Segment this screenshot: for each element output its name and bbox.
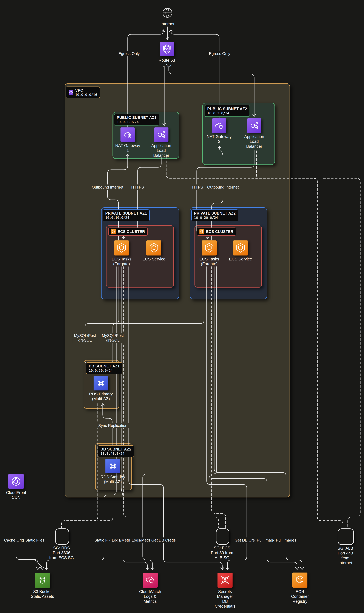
secrets-manager-icon xyxy=(218,573,233,588)
private-subnet-az2-header: PRIVATE SUBNET AZ2 10.0.20.0/24 xyxy=(191,209,238,221)
connection-lines xyxy=(0,0,364,613)
egress-right-label: Egress Only xyxy=(208,51,232,56)
mysql-az1-label: MySQL/Post greSQL xyxy=(73,333,97,343)
subnet-cidr: 10.0.1.0/24 xyxy=(117,120,156,124)
ecs-service-1-label: ECS Service xyxy=(142,257,165,261)
vpc-icon xyxy=(69,90,73,95)
vpc-header: VPC 10.0.0.0/16 xyxy=(66,87,100,98)
ecs-service-2-icon xyxy=(233,240,248,256)
nat-gateway-1-icon xyxy=(120,128,135,142)
ecs-cluster-az1-header: ECS CLUSTER xyxy=(108,227,148,236)
public-subnet-az1-header: PUBLIC SUBNET AZ1 10.0.1.0/24 xyxy=(114,114,159,126)
nat-gateway-2-icon xyxy=(212,118,226,133)
subnet-name: PRIVATE SUBNET AZ2 xyxy=(194,211,236,215)
static-files-left-label: Static Files xyxy=(24,537,46,543)
alb-2-label: Application Load Balancer xyxy=(244,134,264,149)
sync-replication-label: Sync Replication xyxy=(97,423,129,428)
sg-ecs-label: SG: ECS Port 80 from ALB SG xyxy=(211,546,233,560)
secrets-manager-label: Secrets Manager DB Credentials xyxy=(215,589,235,609)
ecs-cluster-az2-header: ECS CLUSTER xyxy=(197,227,236,236)
s3-label: S3 Bucket Static Assets xyxy=(31,589,54,599)
cloudfront-icon xyxy=(8,474,24,489)
ecs-service-1-icon xyxy=(146,240,161,256)
subnet-cidr: 10.0.40.0/24 xyxy=(101,452,131,456)
cloudwatch-icon xyxy=(143,573,158,588)
subnet-cidr: 10.0.2.0/24 xyxy=(207,111,247,115)
subnet-cidr: 10.0.30.0/24 xyxy=(89,369,120,372)
ecs-cluster-icon xyxy=(199,229,204,234)
cloudfront-label: CloudFront CDN xyxy=(6,490,26,500)
outbound-az1-label: Outbound Internet xyxy=(90,184,125,190)
sg-ecs-badge xyxy=(216,528,229,545)
subnet-name: PRIVATE SUBNET AZ1 xyxy=(105,211,147,215)
vpc-name: VPC xyxy=(75,88,97,92)
ecs-tasks-1-icon xyxy=(114,240,129,256)
pull-images-2-label: Pull Images xyxy=(274,537,298,543)
ecs-tasks-2-label: ECS Tasks (Fargate) xyxy=(199,257,219,266)
rds-standby-icon xyxy=(105,459,120,473)
outbound-az2-label: Outbound Internet xyxy=(206,184,240,190)
cluster-name: ECS CLUSTER xyxy=(206,229,234,234)
ecr-label: ECR Container Registry xyxy=(291,589,309,604)
https-az2-label: HTTPS xyxy=(189,184,205,190)
https-az1-label: HTTPS xyxy=(130,184,145,190)
vpc-cidr: 10.0.0.0/16 xyxy=(75,93,97,97)
sg-alb-label: SG: ALB Port 443 from Internet xyxy=(336,546,355,565)
ecr-icon xyxy=(292,573,307,587)
route53-icon: 53 xyxy=(160,42,174,56)
ecs-service-2-label: ECS Service xyxy=(229,257,252,261)
subnet-cidr: 10.0.20.0/24 xyxy=(194,216,236,220)
ecs-tasks-2-icon xyxy=(202,240,217,256)
subnet-name: DB SUBNET AZ1 xyxy=(89,364,120,368)
nat-gateway-1-label: NAT Gateway 1 xyxy=(115,143,140,153)
internet-label: Internet xyxy=(160,22,174,26)
subnet-name: PUBLIC SUBNET AZ2 xyxy=(207,107,247,111)
aws-architecture-diagram: { "colors": { "background": "#191917", "… xyxy=(0,0,364,613)
route53-badge-text: 53 xyxy=(165,48,169,51)
ecs-cluster-icon xyxy=(111,229,116,234)
get-db-creds-1-label: Get DB Creds xyxy=(150,537,177,543)
egress-left-label: Egress Only xyxy=(117,51,141,56)
internet-icon xyxy=(161,7,173,19)
route53-label: Route 53 DNS xyxy=(158,58,175,68)
rds-standby-label: RDS Standby (Multi-AZ) xyxy=(101,475,125,484)
ecs-tasks-1-label: ECS Tasks (Fargate) xyxy=(112,257,131,266)
public-subnet-az2-header: PUBLIC SUBNET AZ2 10.0.2.0/24 xyxy=(205,105,250,117)
sg-rds-badge xyxy=(55,528,69,545)
s3-icon xyxy=(35,573,50,588)
cluster-name: ECS CLUSTER xyxy=(118,229,145,234)
rds-primary-icon xyxy=(93,376,108,391)
db-subnet-az2-header: DB SUBNET AZ2 10.0.40.0/24 xyxy=(98,445,134,457)
mysql-az2-label: MySQL/Post greSQL xyxy=(100,333,125,343)
db-subnet-az1-header: DB SUBNET AZ1 10.0.30.0/24 xyxy=(86,362,122,374)
subnet-cidr: 10.0.10.0/24 xyxy=(105,216,147,220)
alb-2-icon xyxy=(247,118,261,133)
subnet-name: DB SUBNET AZ2 xyxy=(101,447,131,451)
nat-gateway-2-label: NAT Gateway 2 xyxy=(207,134,232,144)
cloudwatch-label: CloudWatch Logs & Metrics xyxy=(139,589,161,604)
alb-1-icon xyxy=(154,128,169,142)
rds-primary-label: RDS Primary (Multi-AZ) xyxy=(89,392,113,402)
subnet-name: PUBLIC SUBNET AZ1 xyxy=(117,115,156,120)
sg-alb-badge xyxy=(338,528,354,545)
sg-rds-label: SG: RDS Port 3306 from ECS SG xyxy=(49,546,74,560)
private-subnet-az1-header: PRIVATE SUBNET AZ1 10.0.10.0/24 xyxy=(103,209,150,221)
alb-1-label: Application Load Balancer xyxy=(151,143,171,158)
